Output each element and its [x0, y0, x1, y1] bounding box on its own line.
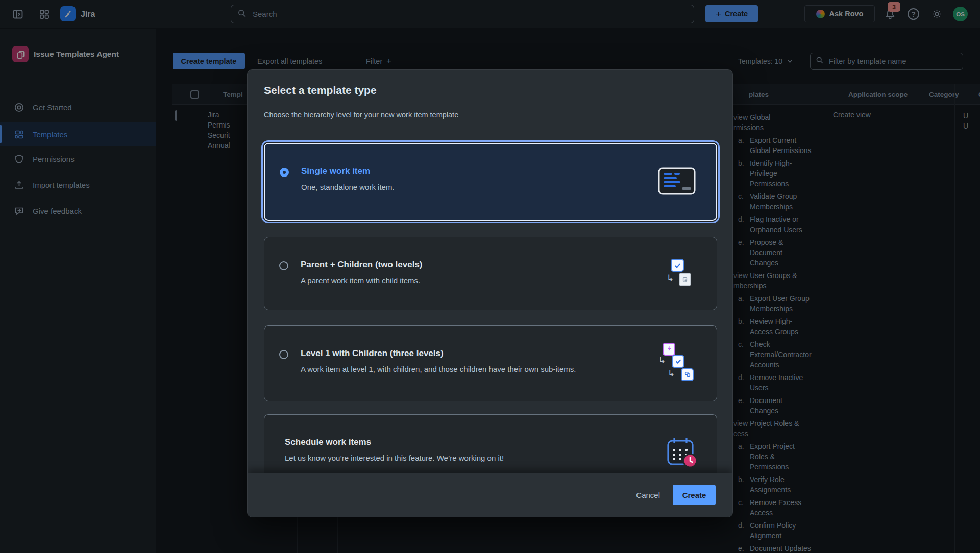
single-work-item-icon	[658, 167, 696, 197]
dialog-footer: Cancel Create	[248, 473, 732, 517]
option-level1-children[interactable]: Level 1 with Children (three levels) A w…	[264, 325, 717, 401]
cancel-button[interactable]: Cancel	[633, 485, 663, 505]
task-checkbox-icon	[672, 355, 684, 368]
option-single-work-item[interactable]: Single work item One, standalone work it…	[264, 143, 717, 221]
child-arrow-icon: ↳	[667, 274, 674, 283]
task-checkbox-icon	[671, 259, 684, 272]
three-level-hierarchy-icon: ↳ ↳	[658, 343, 696, 385]
app-window: Jira + Create Ask Rovo 3 ?	[0, 0, 980, 553]
child-arrow-icon: ↳	[658, 356, 666, 365]
dialog-title: Select a template type	[264, 84, 377, 96]
child-page-icon	[679, 273, 691, 286]
parent-children-icon: ↳	[667, 259, 696, 288]
radio-selected[interactable]	[280, 168, 289, 177]
radio-unselected[interactable]	[279, 350, 288, 359]
create-button[interactable]: Create	[673, 485, 716, 505]
dialog-subtitle: Choose the hierarchy level for your new …	[264, 111, 458, 119]
option-parent-children[interactable]: Parent + Children (two levels) A parent …	[264, 237, 717, 310]
radio-unselected[interactable]	[279, 261, 288, 270]
schedule-calendar-icon	[666, 436, 698, 469]
select-template-type-dialog: Select a template type Choose the hierar…	[247, 69, 733, 517]
epic-bolt-icon	[663, 343, 675, 356]
subtask-icon	[681, 368, 694, 381]
child-arrow-icon: ↳	[668, 369, 675, 378]
